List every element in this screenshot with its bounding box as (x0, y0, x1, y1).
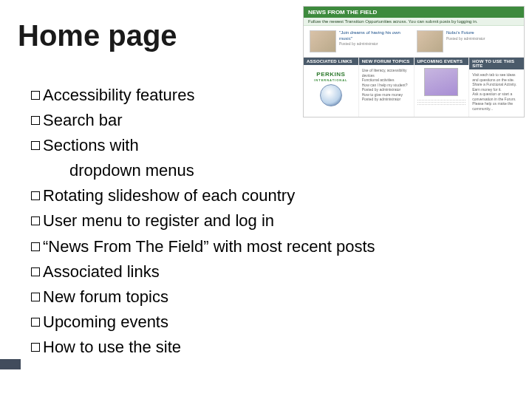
logo-subtext: INTERNATIONAL (307, 78, 355, 82)
news-card-text: Nobu's Future Posted by administrator (446, 30, 485, 41)
photo-icon (417, 30, 443, 52)
checkbox-icon (31, 116, 40, 125)
howto-line: Share a Functional Activity. Earn money … (472, 82, 521, 92)
slide-accent-stripe (0, 359, 21, 369)
bullet-item: Upcoming events (31, 310, 514, 335)
event-line (417, 103, 466, 105)
preview-col-howto: HOW TO USE THIS SITE Visit each tab to s… (469, 58, 524, 117)
globe-logo-icon (320, 84, 342, 106)
col-body (415, 65, 469, 108)
bullet-text: How to use the site (43, 338, 181, 356)
bullet-item: New forum topics (31, 284, 514, 310)
bullet-item: “News From The Field” with most recent p… (31, 234, 514, 259)
col-header: UPCOMING EVENTS (415, 58, 469, 65)
news-card-title: "Join dreams of having his own music" (339, 30, 411, 41)
event-photo-icon (424, 68, 458, 96)
news-header: NEWS FROM THE FIELD (304, 7, 524, 18)
news-card-posted: Posted by administrator (446, 36, 485, 41)
bullet-item: Associated links (31, 259, 514, 284)
bullet-item: How to use the site (31, 335, 514, 360)
col-header: ASSOCIATED LINKS (304, 58, 358, 65)
checkbox-icon (31, 242, 40, 251)
preview-columns: ASSOCIATED LINKS PERKINS INTERNATIONAL N… (304, 57, 524, 117)
page-title: Home page (18, 19, 177, 52)
website-preview-thumbnail: NEWS FROM THE FIELD Follow the newest Tr… (303, 6, 525, 117)
bullet-text: Upcoming events (43, 313, 168, 331)
checkbox-icon (31, 141, 40, 150)
news-row: "Join dreams of having his own music" Po… (304, 26, 524, 57)
bullet-text: Sections with (43, 136, 139, 154)
col-body: Visit each tab to see ideas and question… (469, 69, 524, 114)
checkbox-icon (31, 267, 40, 276)
bullet-text: User menu to register and log in (43, 211, 274, 230)
bullet-item: Sections with (31, 133, 514, 158)
howto-line: Ask a question or start a conversation i… (472, 92, 521, 101)
perkins-logo: PERKINS INTERNATIONAL (307, 71, 355, 83)
news-card-title: Nobu's Future (446, 30, 485, 36)
checkbox-icon (31, 293, 40, 301)
logo-text: PERKINS (316, 71, 345, 78)
forum-line: Posted by administrator (362, 97, 411, 102)
preview-col-forum: NEW FORUM TOPICS Use of literacy, access… (359, 58, 415, 117)
photo-icon (310, 30, 336, 52)
news-card-posted: Posted by administrator (339, 41, 411, 46)
preview-col-associated-links: ASSOCIATED LINKS PERKINS INTERNATIONAL (304, 58, 359, 117)
bullet-item-wrap: dropdown menus (31, 158, 514, 183)
checkbox-icon (31, 343, 40, 352)
checkbox-icon (31, 216, 40, 225)
bullet-text: Search bar (43, 111, 123, 129)
news-card: Nobu's Future Posted by administrator (417, 30, 518, 52)
bullet-text: Associated links (43, 262, 160, 281)
howto-line: Visit each tab to see ideas and question… (472, 72, 521, 82)
slide: Home page Accessibility features Search … (0, 0, 532, 399)
checkbox-icon (31, 191, 40, 200)
forum-line: Use of literacy, accessibility devices (362, 68, 411, 78)
bullet-item: Rotating slideshow of each country (31, 183, 514, 208)
bullet-text: New forum topics (43, 287, 168, 306)
bullet-list: Accessibility features Search bar Sectio… (31, 83, 514, 360)
news-subheader: Follow the newest Transition Opportuniti… (304, 18, 524, 26)
col-body: Use of literacy, accessibility devices F… (359, 65, 414, 105)
bullet-text: “News From The Field” with most recent p… (43, 237, 375, 256)
checkbox-icon (31, 318, 40, 327)
news-card-text: "Join dreams of having his own music" Po… (339, 30, 411, 46)
col-header: HOW TO USE THIS SITE (469, 58, 524, 69)
col-header: NEW FORUM TOPICS (359, 58, 414, 65)
howto-line: Please help us make the community... (472, 101, 521, 111)
checkbox-icon (31, 91, 40, 100)
preview-col-events: UPCOMING EVENTS (415, 58, 470, 117)
news-card: "Join dreams of having his own music" Po… (310, 30, 411, 52)
bullet-text: Accessibility features (43, 86, 194, 104)
bullet-text: Rotating slideshow of each country (43, 186, 295, 205)
bullet-item: User menu to register and log in (31, 208, 514, 233)
col-body: PERKINS INTERNATIONAL (304, 65, 358, 111)
